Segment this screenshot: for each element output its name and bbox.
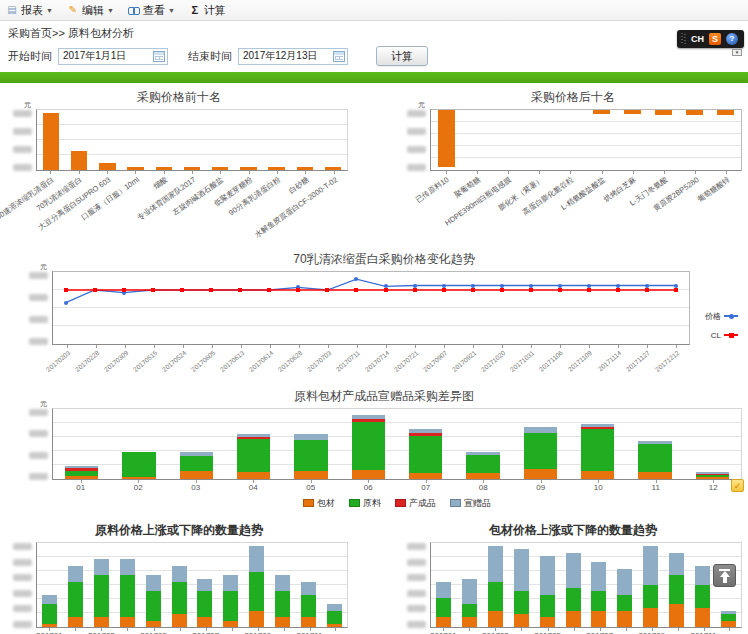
bar-segment: [327, 611, 342, 624]
bar: [99, 163, 115, 170]
bar-slot: [684, 409, 741, 479]
bar-slot: [524, 110, 555, 170]
chart-legend: 包材原料产成品宣赠品: [52, 493, 742, 512]
langbar-expand-button[interactable]: ▾: [732, 49, 742, 56]
stacked-bar: [294, 409, 327, 479]
data-point: [500, 288, 504, 292]
x-tick: 20170721: [400, 345, 429, 379]
bar: [438, 110, 456, 167]
menu-edit[interactable]: ✎ 编辑 ▼: [67, 3, 114, 18]
redacted-y-tick: [29, 430, 48, 437]
data-point: [471, 288, 475, 292]
legend-label: 包材: [317, 498, 335, 508]
data-point: [674, 284, 678, 288]
redacted-y-tick: [407, 128, 426, 135]
bar-segment: [721, 621, 736, 627]
calendar-icon[interactable]: [333, 51, 345, 62]
bar-slot: [319, 110, 347, 170]
bar-slot: [110, 409, 167, 479]
calendar-icon[interactable]: [153, 51, 165, 62]
start-date-input[interactable]: [63, 51, 149, 62]
bar-segment: [237, 439, 270, 472]
x-tick: 05: [282, 480, 340, 493]
bar-segment: [120, 575, 135, 617]
legend-swatch: [450, 499, 461, 507]
y-axis-unit: 元: [40, 262, 47, 272]
breadcrumb-home-link[interactable]: 采购首页: [8, 27, 52, 39]
annotation-check-icon[interactable]: ✓: [731, 479, 744, 492]
bar-segment: [197, 617, 212, 627]
stacked-bar: [524, 409, 557, 479]
x-tick: 201701: [430, 628, 457, 634]
calculate-button[interactable]: 计算: [376, 46, 428, 66]
bar-segment: [638, 444, 671, 472]
back-to-top-button[interactable]: [713, 564, 736, 587]
bar: [71, 151, 87, 170]
x-tick: 201707: [586, 628, 613, 634]
bar-segment: [643, 608, 658, 627]
x-tick: [717, 628, 742, 634]
bar-segment: [42, 624, 57, 627]
x-tick: 20171109: [574, 345, 603, 379]
bar-segment: [566, 553, 581, 589]
end-date-input[interactable]: [243, 51, 329, 62]
chevron-down-icon: ▼: [107, 7, 114, 14]
redacted-y-tick: [407, 164, 426, 171]
filter-row: 开始时间 结束时间 计算: [0, 44, 748, 70]
bar-segment: [514, 549, 529, 591]
stacked-bar: [94, 543, 109, 627]
language-bar[interactable]: CH S ? ▾: [677, 30, 744, 48]
legend-marker: [724, 315, 738, 317]
menu-calculate[interactable]: Σ 计算: [189, 3, 226, 18]
pencil-icon: ✎: [67, 5, 79, 15]
x-tick: 20170515: [139, 345, 168, 379]
bar-segment: [581, 471, 614, 479]
bar-slot: [37, 110, 65, 170]
stacked-bar: [566, 543, 581, 627]
x-label: 12: [709, 483, 718, 492]
bar-segment: [327, 624, 342, 627]
data-point: [413, 288, 417, 292]
x-tick: [509, 628, 534, 634]
drag-handle-icon[interactable]: [681, 33, 686, 45]
breadcrumb-separator: >>: [52, 27, 65, 39]
stacked-bar: [65, 409, 98, 479]
legend-label: 产成品: [409, 498, 436, 508]
bar: [686, 110, 704, 115]
bar: [156, 167, 172, 170]
ime-icon[interactable]: S: [709, 33, 721, 45]
help-icon[interactable]: ?: [726, 33, 738, 45]
x-label: 06: [364, 483, 373, 492]
x-tick: 04: [225, 480, 283, 493]
x-tick: [561, 628, 586, 634]
x-label: 20170203: [44, 349, 71, 373]
bar-segment: [249, 546, 264, 572]
x-label: 10: [594, 483, 603, 492]
end-date-label: 结束时间: [188, 49, 232, 64]
charts-area: 采购价格前十名元80速溶浓缩乳清蛋白70乳清浓缩蛋白大豆分离蛋白SUPRO 60…: [0, 83, 748, 634]
stacked-bar: [540, 543, 555, 627]
menu-report[interactable]: ▤ 报表 ▼: [6, 3, 53, 18]
data-point: [442, 284, 446, 288]
stacked-bar: [488, 543, 503, 627]
menu-view[interactable]: 查看 ▼: [128, 3, 175, 18]
bar-segment: [249, 572, 264, 611]
bars-layer: [53, 409, 741, 479]
bar-slot: [122, 110, 150, 170]
data-point: [442, 288, 446, 292]
bar-segment: [42, 604, 57, 623]
menu-edit-label: 编辑: [82, 3, 104, 18]
x-axis: 201701201703201705201707201709201711: [36, 628, 348, 634]
bar-segment: [301, 617, 316, 627]
redacted-y-tick: [13, 559, 32, 566]
bar-segment: [436, 617, 451, 627]
language-indicator[interactable]: CH: [691, 34, 704, 44]
data-point: [180, 288, 184, 292]
data-point: [674, 288, 678, 292]
chart-purchase-price-bottom10: 采购价格后十名元已传原料10聚葡萄糖HDPE390ml白瓶电感膜膨化米（紫薯）高…: [404, 87, 742, 237]
x-tick: 20170703: [313, 345, 342, 379]
bar-slot: [560, 543, 586, 627]
bar-segment: [197, 579, 212, 592]
y-axis-redacted-labels: [10, 542, 36, 630]
plot-area: 元: [36, 109, 348, 171]
